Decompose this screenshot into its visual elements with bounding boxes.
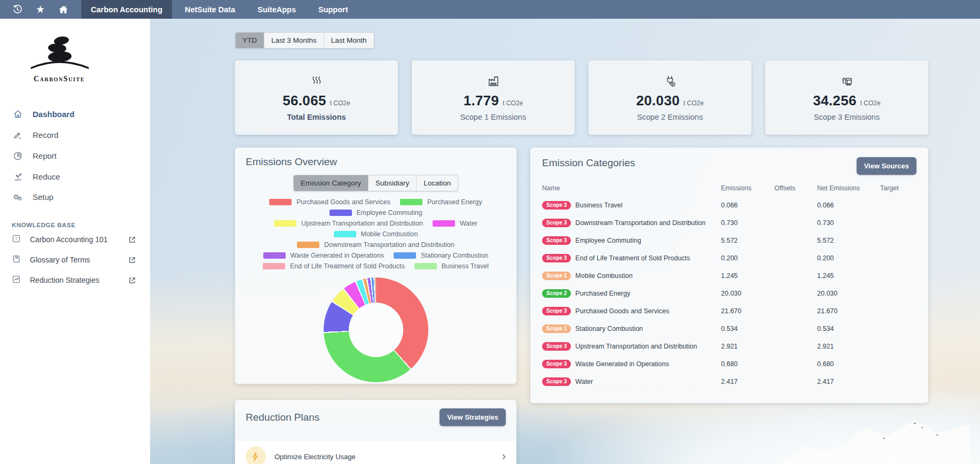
net-emissions-value: 1.245 (817, 272, 880, 280)
kpi-row: 56.065 t CO2e Total Emissions 1.779 t CO… (235, 60, 928, 135)
legend-item: Mobile Combustion (334, 230, 418, 238)
sidebar: CarbonSuite Dashboard Record (0, 19, 150, 464)
kb-item-glossary-of-terms[interactable]: Glossary of Terms (0, 250, 150, 270)
legend-label: Purchased Goods and Services (296, 198, 390, 206)
scope-badge: Scope 3 (542, 377, 571, 386)
table-header: Name Emissions Offsets Net Emissions Tar… (542, 184, 916, 196)
truck-icon (840, 74, 854, 89)
net-emissions-value: 21.670 (817, 307, 880, 315)
external-link-icon[interactable] (128, 256, 136, 264)
period-option-ytd[interactable]: YTD (236, 33, 264, 48)
legend-item: Employee Commuting (330, 209, 422, 216)
topbar-icon-group: ★ (0, 0, 81, 19)
net-emissions-value: 5.572 (817, 237, 880, 244)
history-icon[interactable] (12, 4, 22, 14)
view-sources-button[interactable]: View Sources (857, 157, 916, 175)
sprout-icon (12, 172, 23, 182)
period-option-last-3-months[interactable]: Last 3 Months (264, 33, 324, 48)
kb-item-label: Carbon Accounting 101 (30, 235, 108, 244)
plan-item-optimize-electricity[interactable]: Optimize Electricity Usage › (235, 441, 516, 464)
net-emissions-value: 0.680 (817, 360, 880, 368)
sidebar-item-reduce[interactable]: Reduce (0, 166, 150, 187)
category-name: Business Travel (575, 202, 622, 209)
emissions-value: 0.680 (721, 360, 774, 368)
groupby-emission-category[interactable]: Emission Category (294, 175, 368, 191)
kpi-label: Total Emissions (287, 113, 346, 121)
emissions-value: 2.921 (721, 343, 774, 350)
legend-label: Mobile Combustion (361, 230, 418, 238)
table-row: Scope 3 Upstream Transportation and Dist… (542, 337, 916, 355)
external-link-icon[interactable] (128, 276, 136, 284)
kb-item-label: Glossary of Terms (30, 256, 90, 264)
column-net-emissions: Net Emissions (817, 184, 880, 192)
svg-text:?: ? (15, 236, 18, 241)
emissions-value: 0.066 (721, 202, 774, 209)
kpi-scope1-emissions: 1.779 t CO2e Scope 1 Emissions (412, 60, 575, 135)
scope-badge: Scope 3 (542, 201, 571, 210)
table-row: Scope 3 End of Life Treatment of Sold Pr… (542, 249, 916, 267)
trend-icon (12, 275, 21, 285)
category-name: Employee Commuting (575, 237, 641, 244)
emissions-donut-chart[interactable] (324, 277, 428, 382)
groupby-subsidiary[interactable]: Subsidiary (368, 175, 416, 191)
category-name: Downstream Transportation and Distributi… (575, 219, 705, 227)
overview-group-by: Emission Category Subsidiary Location (293, 175, 458, 191)
net-emissions-value: 0.534 (817, 325, 880, 332)
scope-badge: Scope 3 (542, 236, 571, 245)
sidebar-item-label: Dashboard (33, 110, 74, 119)
legend-swatch (334, 231, 356, 237)
kpi-value: 34.256 (813, 92, 856, 109)
emissions-value: 1.245 (721, 272, 774, 280)
gears-icon: ⚙⚙ (12, 192, 23, 202)
topbar-tab-netsuite-data[interactable]: NetSuite Data (175, 0, 245, 19)
sidebar-item-label: Record (33, 130, 58, 140)
topbar-tab-carbon-accounting[interactable]: Carbon Accounting (81, 0, 172, 19)
emissions-value: 21.670 (721, 307, 774, 315)
star-icon[interactable]: ★ (36, 4, 45, 14)
topbar-tab-suiteapps[interactable]: SuiteApps (248, 0, 305, 19)
category-name: End of Life Treatment of Sold Products (575, 254, 690, 262)
sidebar-item-record[interactable]: Record (0, 125, 150, 145)
pie-chart-icon (12, 151, 23, 161)
legend-item: Purchased Goods and Services (269, 198, 390, 206)
legend-swatch (269, 199, 292, 205)
chevron-right-icon[interactable]: › (502, 451, 506, 462)
kb-item-label: Reduction Strategies (30, 276, 99, 284)
topbar-tab-support[interactable]: Support (309, 0, 358, 19)
emissions-value: 0.730 (721, 219, 774, 227)
scope-badge: Scope 3 (542, 254, 571, 262)
groupby-location[interactable]: Location (416, 175, 458, 191)
donut-hole (349, 303, 403, 357)
steam-icon (310, 74, 324, 89)
home-icon[interactable] (58, 4, 69, 15)
sidebar-item-dashboard[interactable]: Dashboard (0, 104, 150, 125)
kpi-total-emissions: 56.065 t CO2e Total Emissions (235, 60, 398, 135)
sidebar-item-report[interactable]: Report (0, 145, 150, 166)
emissions-value: 2.417 (721, 378, 774, 385)
sidebar-item-label: Reduce (33, 172, 60, 181)
scope-badge: Scope 2 (542, 289, 571, 298)
net-emissions-value: 20.030 (817, 290, 880, 297)
kpi-unit: t CO2e (503, 99, 523, 107)
view-strategies-button[interactable]: View Strategies (440, 408, 506, 426)
legend-swatch (433, 220, 455, 227)
legend-item: Waste Generated in Operations (263, 252, 384, 259)
sidebar-item-setup[interactable]: ⚙⚙ Setup (0, 187, 150, 207)
brand-name: CarbonSuite (20, 75, 98, 83)
category-name: Stationary Combustion (575, 325, 642, 332)
column-emissions: Emissions (721, 184, 774, 192)
emissions-value: 20.030 (721, 290, 774, 297)
table-row: Scope 1 Stationary Combustion 0.534 0.53… (542, 320, 916, 337)
knowledge-base-section-label: KNOWLEDGE BASE (12, 222, 150, 228)
legend-swatch (274, 220, 296, 227)
scope-badge: Scope 1 (542, 272, 571, 280)
column-offsets: Offsets (774, 184, 817, 192)
kb-item-reduction-strategies[interactable]: Reduction Strategies (0, 270, 150, 290)
kpi-value: 56.065 (283, 92, 326, 109)
external-link-icon[interactable] (128, 236, 136, 244)
factory-icon (487, 74, 500, 89)
top-nav-bar: ★ Carbon Accounting NetSuite Data SuiteA… (0, 0, 980, 19)
period-option-last-month[interactable]: Last Month (324, 33, 374, 48)
kb-item-carbon-accounting-101[interactable]: ? Carbon Accounting 101 (0, 229, 150, 250)
legend-swatch (263, 263, 285, 269)
